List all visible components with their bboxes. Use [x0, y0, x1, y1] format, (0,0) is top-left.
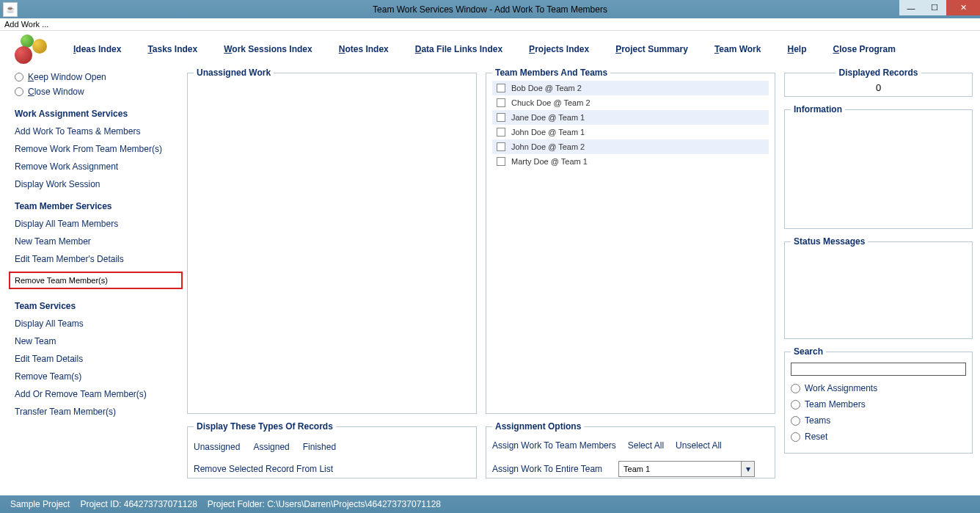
link-assign-to-members[interactable]: Assign Work To Team Members — [492, 440, 616, 451]
display-types-legend: Display These Types Of Records — [194, 421, 336, 432]
close-button[interactable]: ✕ — [946, 0, 980, 15]
search-work-assignments-radio[interactable] — [791, 384, 800, 393]
link-remove-selected-record[interactable]: Remove Selected Record From List — [194, 464, 470, 474]
member-label: Bob Doe @ Team 2 — [511, 84, 582, 92]
checkbox-icon[interactable] — [497, 157, 505, 166]
menu-help[interactable]: Help — [787, 44, 806, 54]
sidebar-head-work-assignment: Work Assignment Services — [15, 109, 178, 119]
sidebar-link-add-work[interactable]: Add Work To Teams & Members — [15, 126, 178, 137]
menu-tasks-index[interactable]: Tasks Index — [147, 44, 197, 54]
sidebar-head-team-services: Team Services — [15, 301, 178, 311]
sidebar-link-new-member[interactable]: New Team Member — [15, 236, 178, 247]
unassigned-work-legend: Unassigned Work — [194, 68, 274, 78]
menu-close-program[interactable]: Close Program — [833, 44, 895, 54]
menu-data-file-links-index[interactable]: Data File Links Index — [415, 44, 502, 54]
member-label: Jane Doe @ Team 1 — [511, 113, 585, 122]
keep-window-open-label: Keep Window Open — [28, 72, 106, 82]
status-messages-panel: Status Messages — [784, 236, 973, 339]
sidebar-link-edit-team[interactable]: Edit Team Details — [15, 354, 178, 364]
status-project-name: Sample Project — [10, 499, 70, 509]
team-select-combo[interactable]: ▾ — [618, 461, 755, 477]
menu-projects-index[interactable]: Projects Index — [529, 44, 589, 54]
search-reset-radio[interactable] — [791, 432, 800, 442]
list-item[interactable]: Jane Doe @ Team 1 — [492, 110, 769, 125]
title-bar: ☕ Team Work Services Window - Add Work T… — [0, 0, 980, 18]
search-opt-label: Team Members — [805, 399, 866, 410]
member-label: John Doe @ Team 2 — [511, 142, 585, 151]
team-select-input[interactable] — [619, 462, 741, 476]
close-window-label: Close Window — [28, 87, 84, 97]
sidebar-link-display-all-members[interactable]: Display All Team Members — [15, 219, 178, 229]
sidebar-link-remove-teams[interactable]: Remove Team(s) — [15, 371, 178, 382]
sidebar: Keep Window Open Close Window Work Assig… — [7, 68, 187, 479]
sidebar-link-remove-work-assignment[interactable]: Remove Work Assignment — [15, 161, 178, 172]
link-assigned[interactable]: Assigned — [253, 442, 289, 452]
search-team-members-radio[interactable] — [791, 400, 800, 410]
status-project-folder: Project Folder: C:\Users\Darren\Projects… — [208, 499, 441, 509]
minimize-button[interactable]: ― — [899, 0, 923, 15]
chevron-down-icon[interactable]: ▾ — [741, 462, 754, 476]
information-panel: Information — [784, 104, 973, 229]
displayed-records-value: 0 — [876, 82, 881, 93]
sidebar-link-transfer-members[interactable]: Transfer Team Member(s) — [15, 407, 178, 417]
close-window-radio[interactable] — [15, 87, 23, 96]
link-unassigned[interactable]: Unassigned — [194, 442, 240, 452]
list-item[interactable]: Chuck Doe @ Team 2 — [492, 95, 769, 110]
sidebar-link-add-remove-members[interactable]: Add Or Remove Team Member(s) — [15, 389, 178, 399]
list-item[interactable]: John Doe @ Team 2 — [492, 139, 769, 154]
menu-project-summary[interactable]: Project Summary — [615, 44, 688, 54]
status-project-id: Project ID: 464273737071128 — [80, 499, 197, 509]
checkbox-icon[interactable] — [497, 84, 505, 92]
status-bar: Sample Project Project ID: 4642737370711… — [0, 495, 980, 513]
addwork-label: Add Work ... — [0, 18, 980, 31]
sidebar-link-remove-member-highlighted[interactable]: Remove Team Member(s) — [9, 272, 183, 289]
sidebar-link-display-work-session[interactable]: Display Work Session — [15, 179, 178, 189]
member-label: Chuck Doe @ Team 2 — [511, 98, 590, 107]
java-icon: ☕ — [3, 2, 18, 17]
team-members-legend: Team Members And Teams — [492, 68, 610, 78]
maximize-button[interactable]: ☐ — [923, 0, 946, 15]
assignment-options-legend: Assignment Options — [492, 421, 584, 432]
window-title: Team Work Services Window - Add Work To … — [373, 4, 607, 15]
search-opt-label: Work Assignments — [805, 383, 877, 393]
unassigned-work-panel: Unassigned Work — [187, 68, 477, 414]
menu-ideas-index[interactable]: Ideas Index — [73, 44, 121, 54]
search-opt-label: Reset — [805, 432, 827, 442]
displayed-records-legend: Displayed Records — [835, 68, 921, 78]
menu-team-work[interactable]: Team Work — [714, 44, 761, 54]
checkbox-icon[interactable] — [497, 142, 505, 151]
list-item[interactable]: Bob Doe @ Team 2 — [492, 81, 769, 95]
displayed-records-panel: Displayed Records 0 — [784, 68, 973, 97]
link-select-all[interactable]: Select All — [628, 440, 664, 451]
menu-work-sessions-index[interactable]: Work Sessions Index — [224, 44, 312, 54]
member-label: John Doe @ Team 1 — [511, 128, 585, 137]
menu-bar: Ideas Index Tasks Index Work Sessions In… — [0, 31, 980, 68]
search-input[interactable] — [791, 363, 966, 376]
information-legend: Information — [791, 104, 845, 114]
sidebar-link-display-all-teams[interactable]: Display All Teams — [15, 319, 178, 329]
search-legend: Search — [791, 346, 826, 357]
status-messages-legend: Status Messages — [791, 236, 868, 247]
assignment-options-panel: Assignment Options Assign Work To Team M… — [486, 421, 775, 479]
display-types-panel: Display These Types Of Records Unassigne… — [187, 421, 477, 479]
keep-window-open-radio[interactable] — [15, 73, 23, 81]
search-teams-radio[interactable] — [791, 416, 800, 426]
link-unselect-all[interactable]: Unselect All — [676, 440, 722, 451]
app-logo-icon — [7, 34, 51, 64]
member-label: Marty Doe @ Team 1 — [511, 157, 588, 166]
list-item[interactable]: John Doe @ Team 1 — [492, 125, 769, 139]
search-panel: Search Work Assignments Team Members Tea… — [784, 346, 973, 454]
link-assign-to-entire-team[interactable]: Assign Work To Entire Team — [492, 464, 602, 474]
sidebar-link-remove-work-member[interactable]: Remove Work From Team Member(s) — [15, 144, 178, 154]
search-opt-label: Teams — [805, 415, 830, 426]
list-item[interactable]: Marty Doe @ Team 1 — [492, 154, 769, 169]
sidebar-link-new-team[interactable]: New Team — [15, 336, 178, 346]
checkbox-icon[interactable] — [497, 113, 505, 122]
sidebar-link-edit-member[interactable]: Edit Team Member's Details — [15, 254, 178, 264]
menu-notes-index[interactable]: Notes Index — [339, 44, 389, 54]
checkbox-icon[interactable] — [497, 128, 505, 137]
link-finished[interactable]: Finished — [303, 442, 336, 452]
team-members-panel: Team Members And Teams Bob Doe @ Team 2 … — [486, 68, 775, 414]
sidebar-head-team-member: Team Member Services — [15, 201, 178, 211]
checkbox-icon[interactable] — [497, 98, 505, 107]
